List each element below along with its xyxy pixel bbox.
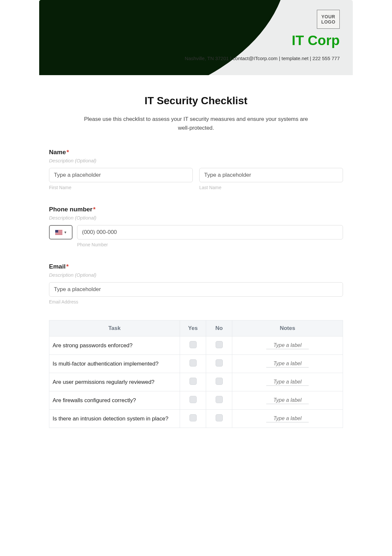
notes-input[interactable] [266,397,309,404]
document-header: YOUR LOGO IT Corp Nashville, TN 37201 | … [39,0,353,75]
checklist-table: Task Yes No Notes Are strong passwords e… [49,320,343,428]
email-label: Email* [49,263,343,270]
task-cell: Is there an intrusion detection system i… [49,410,180,428]
table-row: Is there an intrusion detection system i… [49,410,343,428]
notes-input[interactable] [266,378,309,386]
notes-input[interactable] [266,360,309,368]
email-input[interactable] [49,282,343,297]
notes-input[interactable] [266,342,309,349]
table-row: Are strong passwords enforced? [49,336,343,355]
logo-placeholder: YOUR LOGO [317,10,340,29]
svg-rect-7 [55,230,58,233]
col-task: Task [49,320,180,336]
contact-info: Nashville, TN 37201 | contact@ITcorp.com… [185,56,340,61]
name-description: Description (Optional) [49,158,343,163]
phone-label-text: Phone number [49,206,92,213]
checkbox-yes[interactable] [189,341,197,348]
brand-name: IT Corp [292,33,340,48]
task-cell: Are user permissions regularly reviewed? [49,373,180,391]
first-name-sublabel: First Name [49,185,193,190]
country-code-select[interactable]: ▾ [49,225,73,239]
col-notes: Notes [232,320,343,336]
email-field-group: Email* Description (Optional) Email Addr… [49,263,343,304]
table-row: Are firewalls configured correctly? [49,391,343,410]
chevron-down-icon: ▾ [64,230,66,235]
first-name-input[interactable] [49,168,193,182]
svg-rect-5 [55,233,62,234]
required-asterisk: * [93,206,95,213]
checkbox-no[interactable] [216,378,223,385]
task-cell: Are firewalls configured correctly? [49,391,180,410]
header-swoosh-black [39,0,287,75]
email-label-text: Email [49,263,66,270]
checkbox-yes[interactable] [189,378,197,385]
us-flag-icon [55,230,62,235]
name-label: Name* [49,149,343,156]
intro-text: Please use this checklist to assess your… [78,115,314,132]
name-label-text: Name [49,149,66,155]
checkbox-yes[interactable] [189,414,197,421]
last-name-sublabel: Last Name [199,185,343,190]
required-asterisk: * [67,149,69,155]
phone-label: Phone number* [49,206,343,213]
phone-sublabel: Phone Number [77,242,343,247]
task-cell: Are strong passwords enforced? [49,336,180,355]
phone-description: Description (Optional) [49,215,343,221]
checkbox-no[interactable] [216,396,223,403]
svg-rect-4 [55,233,62,233]
last-name-input[interactable] [199,168,343,182]
logo-text-line1: YOUR [321,14,335,19]
table-row: Are user permissions regularly reviewed? [49,373,343,391]
name-field-group: Name* Description (Optional) First Name … [49,149,343,190]
task-cell: Is multi-factor authentication implement… [49,355,180,373]
notes-input[interactable] [266,415,309,422]
col-yes: Yes [180,320,206,336]
page-title: IT Security Checklist [49,95,343,107]
logo-text-line2: LOGO [321,19,335,25]
checkbox-no[interactable] [216,414,223,421]
table-row: Is multi-factor authentication implement… [49,355,343,373]
checkbox-no[interactable] [216,359,223,367]
checkbox-yes[interactable] [189,396,197,403]
required-asterisk: * [66,263,69,270]
col-no: No [206,320,232,336]
phone-number-input[interactable] [77,225,343,239]
email-description: Description (Optional) [49,272,343,278]
svg-rect-6 [55,234,62,235]
checkbox-yes[interactable] [189,359,197,367]
phone-field-group: Phone number* Description (Optional) ▾ [49,206,343,247]
email-sublabel: Email Address [49,299,343,304]
checkbox-no[interactable] [216,341,223,348]
